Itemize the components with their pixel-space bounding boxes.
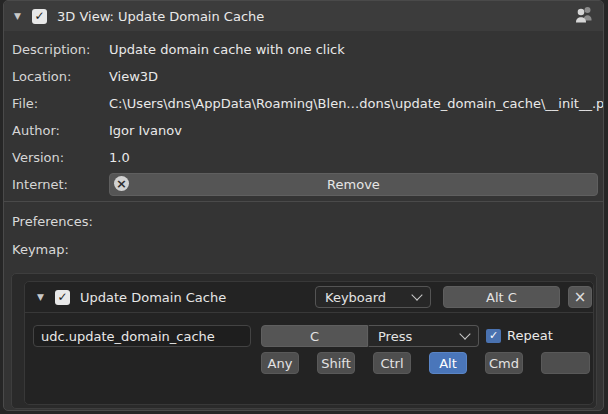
info-row-version: Version: 1.0 bbox=[4, 144, 603, 171]
addon-info: Description: Update domain cache with on… bbox=[4, 31, 603, 198]
addon-header[interactable]: ▼ ✓ 3D View: Update Domain Cache bbox=[4, 1, 603, 31]
close-icon[interactable]: × bbox=[568, 286, 592, 308]
expand-triangle-icon[interactable]: ▼ bbox=[37, 292, 55, 302]
info-row-author: Author: Igor Ivanov bbox=[4, 117, 603, 144]
map-type-dropdown[interactable]: Keyboard bbox=[315, 286, 431, 308]
checkmark-icon: ✓ bbox=[34, 10, 44, 22]
remove-button-label: Remove bbox=[327, 177, 380, 192]
event-type-dropdown[interactable]: Press bbox=[368, 325, 479, 347]
modifier-shift-button[interactable]: Shift bbox=[317, 352, 355, 374]
modifier-ctrl-button[interactable]: Ctrl bbox=[373, 352, 411, 374]
remove-addon-button[interactable]: × Remove bbox=[109, 173, 598, 196]
info-value: C:\Users\dns\AppData\Roaming\Blen…dons\u… bbox=[109, 96, 604, 111]
keymap-section-label: Keymap: bbox=[4, 235, 603, 263]
repeat-option: ✓ Repeat bbox=[486, 328, 553, 343]
section-divider bbox=[4, 201, 603, 202]
info-value: View3D bbox=[109, 69, 158, 84]
community-support-icon bbox=[574, 5, 595, 28]
info-label: Description: bbox=[12, 42, 109, 57]
repeat-label: Repeat bbox=[507, 328, 553, 343]
info-value: Igor Ivanov bbox=[109, 123, 182, 138]
preferences-section-label: Preferences: bbox=[4, 207, 603, 235]
info-row-file: File: C:\Users\dns\AppData\Roaming\Blen…… bbox=[4, 90, 603, 117]
keymap-item: ▼ ✓ Update Domain Cache Keyboard Alt C ×… bbox=[24, 281, 594, 405]
addon-preferences-page: ▼ ✓ 3D View: Update Domain Cache Descrip… bbox=[0, 0, 608, 414]
keymap-box: ▼ ✓ Update Domain Cache Keyboard Alt C ×… bbox=[11, 273, 597, 409]
chevron-down-icon bbox=[459, 328, 470, 339]
key-button[interactable]: C bbox=[261, 325, 368, 347]
modifier-cmd-button[interactable]: Cmd bbox=[485, 352, 523, 374]
keymap-item-title: Update Domain Cache bbox=[80, 290, 226, 305]
addon-panel: ▼ ✓ 3D View: Update Domain Cache Descrip… bbox=[3, 0, 604, 411]
info-row-location: Location: View3D bbox=[4, 63, 603, 90]
map-type-value: Keyboard bbox=[325, 290, 386, 305]
info-label: File: bbox=[12, 96, 109, 111]
info-label: Location: bbox=[12, 69, 109, 84]
chevron-down-icon bbox=[411, 289, 422, 300]
addon-enable-checkbox[interactable]: ✓ bbox=[32, 9, 47, 24]
key-modifier-button[interactable] bbox=[541, 352, 590, 374]
cancel-icon: × bbox=[114, 176, 129, 191]
repeat-checkbox[interactable]: ✓ bbox=[486, 329, 501, 343]
info-value: 1.0 bbox=[109, 150, 130, 165]
modifier-buttons: Any Shift Ctrl Alt Cmd bbox=[261, 352, 590, 374]
keymap-enable-checkbox[interactable]: ✓ bbox=[55, 290, 70, 305]
shortcut-button[interactable]: Alt C bbox=[443, 286, 560, 308]
addon-title: 3D View: Update Domain Cache bbox=[57, 9, 264, 24]
info-row-internet: Internet: × Remove bbox=[4, 171, 603, 198]
keymap-item-header[interactable]: ▼ ✓ Update Domain Cache Keyboard Alt C × bbox=[25, 282, 593, 313]
operator-id-input[interactable] bbox=[33, 325, 251, 347]
checkmark-icon: ✓ bbox=[489, 330, 498, 341]
checkmark-icon: ✓ bbox=[57, 291, 67, 303]
expand-triangle-icon[interactable]: ▼ bbox=[14, 11, 32, 21]
info-label: Version: bbox=[12, 150, 109, 165]
info-row-description: Description: Update domain cache with on… bbox=[4, 36, 603, 63]
modifier-alt-button[interactable]: Alt bbox=[429, 352, 467, 374]
info-label: Author: bbox=[12, 123, 109, 138]
info-value: Update domain cache with one click bbox=[109, 42, 345, 57]
modifier-any-button[interactable]: Any bbox=[261, 352, 299, 374]
event-type-value: Press bbox=[378, 329, 412, 344]
info-label: Internet: bbox=[12, 177, 109, 192]
